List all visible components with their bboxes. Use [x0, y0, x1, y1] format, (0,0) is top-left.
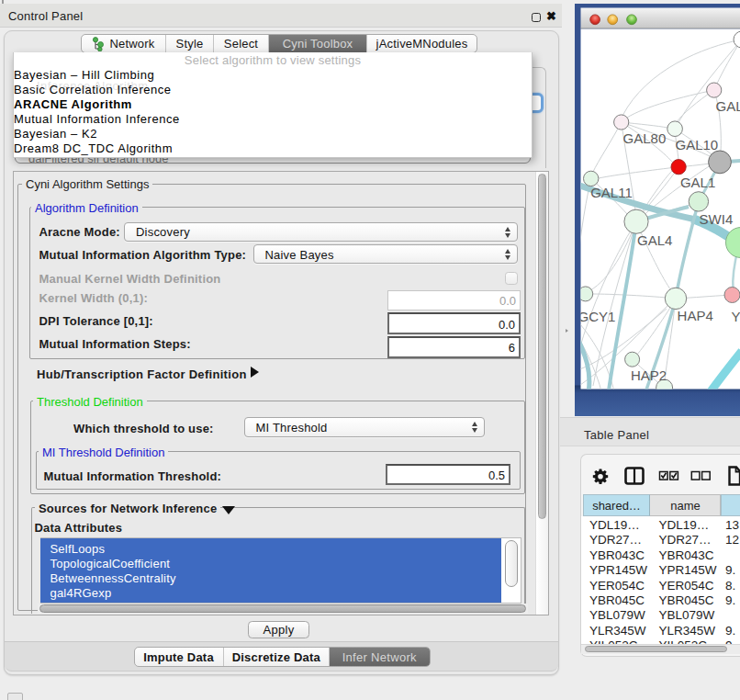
svg-text:GAL: GAL [716, 98, 740, 114]
svg-text:GAL10: GAL10 [676, 137, 719, 152]
svg-text:HAP4: HAP4 [678, 308, 713, 323]
svg-text:GCY1: GCY1 [578, 309, 616, 324]
svg-text:GAL1: GAL1 [680, 175, 715, 190]
svg-text:Y: Y [732, 309, 740, 324]
svg-text:HAP2: HAP2 [631, 367, 667, 383]
svg-text:SWI4: SWI4 [700, 211, 734, 227]
svg-text:GAL11: GAL11 [590, 185, 633, 200]
svg-text:GAL80: GAL80 [623, 130, 667, 146]
svg-text:GAL4: GAL4 [637, 232, 672, 248]
